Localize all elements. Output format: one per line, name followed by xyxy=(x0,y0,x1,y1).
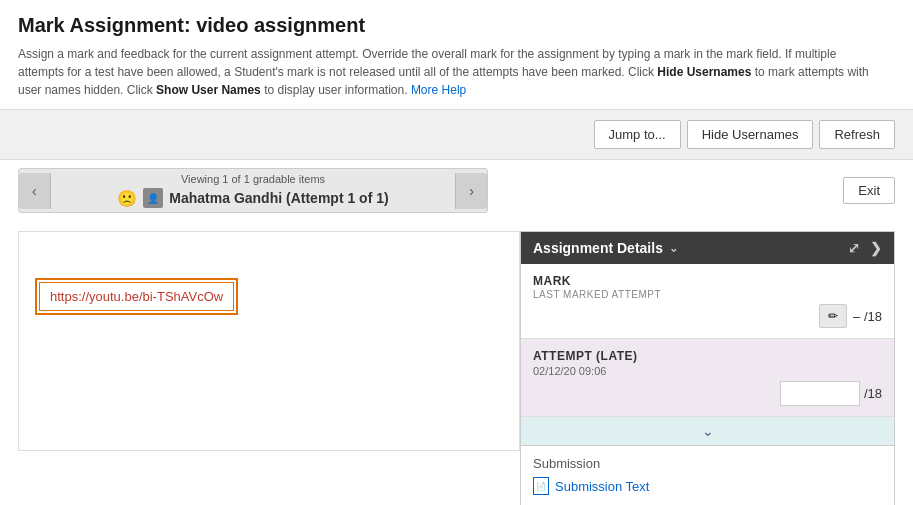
refresh-button[interactable]: Refresh xyxy=(819,120,895,149)
document-icon: 📄 xyxy=(533,477,549,495)
assignment-details-header: Assignment Details ⌄ ⤢ ❯ xyxy=(521,232,894,264)
mark-score: – /18 xyxy=(853,309,882,324)
assignment-details-label: Assignment Details xyxy=(533,240,663,256)
submission-text-label: Submission Text xyxy=(555,479,649,494)
page-title: Mark Assignment: video assignment xyxy=(18,14,895,37)
mark-sub-label: LAST MARKED ATTEMPT xyxy=(533,289,882,300)
attempt-date: 02/12/20 09:06 xyxy=(533,365,882,377)
nav-bar: ‹ Viewing 1 of 1 gradable items 🙁 👤 Maha… xyxy=(0,160,913,221)
submission-text-link[interactable]: 📄 Submission Text xyxy=(533,477,882,495)
nav-content: Viewing 1 of 1 gradable items 🙁 👤 Mahatm… xyxy=(51,169,456,212)
submission-video-link[interactable]: https://youtu.be/bi-TShAVcOw xyxy=(39,282,234,311)
smiley-icon: 🙁 xyxy=(117,189,137,208)
attempt-score-input[interactable] xyxy=(780,381,860,406)
student-name: Mahatma Gandhi (Attempt 1 of 1) xyxy=(169,190,388,206)
nav-controls: ‹ Viewing 1 of 1 gradable items 🙁 👤 Maha… xyxy=(18,168,488,213)
header-section: Mark Assignment: video assignment Assign… xyxy=(0,0,913,109)
submission-section-label: Submission xyxy=(533,456,882,471)
attempt-label: ATTEMPT (LATE) xyxy=(533,349,882,363)
next-icon[interactable]: ❯ xyxy=(870,240,882,256)
left-panel: https://youtu.be/bi-TShAVcOw xyxy=(18,231,520,451)
attempt-max-score: /18 xyxy=(864,386,882,401)
student-avatar: 👤 xyxy=(143,188,163,208)
more-help-link[interactable]: More Help xyxy=(411,83,466,97)
attempt-input-area: /18 xyxy=(780,381,882,406)
nav-next-button[interactable]: › xyxy=(455,173,487,209)
nav-student: 🙁 👤 Mahatma Gandhi (Attempt 1 of 1) xyxy=(117,188,388,208)
header-right: ⤢ ❯ xyxy=(848,240,882,256)
mark-section: MARK LAST MARKED ATTEMPT ✏ – /18 xyxy=(521,264,894,339)
collapse-chevron-icon[interactable]: ⌄ xyxy=(702,423,714,439)
page-description: Assign a mark and feedback for the curre… xyxy=(18,45,878,99)
expand-icon[interactable]: ⤢ xyxy=(848,240,860,256)
nav-viewing-text: Viewing 1 of 1 gradable items xyxy=(181,173,325,185)
toolbar: Jump to... Hide Usernames Refresh xyxy=(0,109,913,160)
assignment-details-panel: Assignment Details ⌄ ⤢ ❯ MARK LAST MARKE… xyxy=(520,231,895,505)
nav-prev-button[interactable]: ‹ xyxy=(19,173,51,209)
mark-label: MARK xyxy=(533,274,882,288)
chevron-row: ⌄ xyxy=(521,417,894,446)
attempt-section: ATTEMPT (LATE) 02/12/20 09:06 /18 xyxy=(521,339,894,417)
submission-section: Submission 📄 Submission Text xyxy=(521,446,894,505)
mark-edit-button[interactable]: ✏ xyxy=(819,304,847,328)
attempt-row: /18 xyxy=(533,381,882,406)
header-left: Assignment Details ⌄ xyxy=(533,240,678,256)
mark-row: ✏ – /18 xyxy=(533,304,882,328)
chevron-down-icon: ⌄ xyxy=(669,242,678,255)
main-content: https://youtu.be/bi-TShAVcOw Assignment … xyxy=(0,221,913,505)
mark-value-area: ✏ – /18 xyxy=(819,304,882,328)
jump-to-button[interactable]: Jump to... xyxy=(594,120,681,149)
show-user-names-text: Show User Names xyxy=(156,83,261,97)
page-wrapper: Mark Assignment: video assignment Assign… xyxy=(0,0,913,505)
exit-button[interactable]: Exit xyxy=(843,177,895,204)
hide-usernames-button[interactable]: Hide Usernames xyxy=(687,120,814,149)
hide-usernames-text: Hide Usernames xyxy=(657,65,751,79)
